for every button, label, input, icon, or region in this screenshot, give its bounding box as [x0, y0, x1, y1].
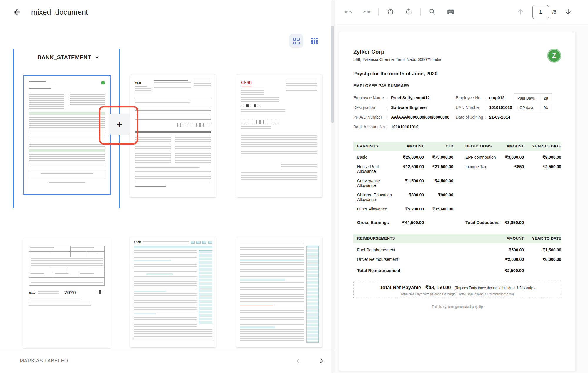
- rotate-right-button[interactable]: [402, 6, 415, 19]
- group-boundary-line-left: [13, 49, 14, 208]
- thumbnail-art: W-9: [130, 75, 216, 197]
- label-group-name: BANK_STATEMENT: [37, 54, 91, 61]
- net-payable-label: Total Net Payable: [380, 285, 421, 290]
- mini-logo-dot: [101, 81, 105, 84]
- earnings-row: Conveyance Allowance₹1,500.00₹4,500.00: [353, 178, 453, 188]
- deductions-row: Income Tax₹850₹2,550.00: [465, 164, 561, 169]
- preview-panel: /6 Zylker Corp 588, Estancia Chennai Tam…: [335, 0, 588, 373]
- left-scrollbar-thumb[interactable]: [331, 26, 334, 123]
- logo-letter: Z: [552, 52, 556, 60]
- total-reimbursement-row: Total Reimbursement ₹2,500.00: [353, 268, 561, 273]
- earnings-deductions-header: EARNINGS AMOUNT YTD DEDUCTIONS AMOUNT YE…: [353, 142, 561, 151]
- earnings-deductions-body: Basic₹25,000.00₹75,000.00 House Rent All…: [353, 152, 561, 214]
- page-number-input[interactable]: [532, 5, 549, 19]
- redo-icon: [363, 8, 371, 16]
- earnings-row: House Rent Allowance₹12,500.00₹37,500.00: [353, 164, 453, 174]
- add-page-button[interactable]: +: [109, 114, 130, 135]
- thumbnail-tax-form[interactable]: [236, 237, 322, 347]
- gross-earnings-value: ₹44,500.00: [398, 220, 424, 225]
- field-row: Designation:Software Engineer: [353, 105, 456, 110]
- back-button[interactable]: [11, 6, 24, 19]
- page-total: /6: [552, 9, 556, 15]
- thumbnail-w9[interactable]: W-9: [130, 75, 216, 197]
- pages-panel: mixed_document BANK_STATEMENT: [0, 0, 335, 373]
- chevron-right-icon: [317, 357, 326, 365]
- next-page-button[interactable]: [562, 6, 574, 19]
- net-payable-formula: Total Net Payable= ((Gross Earnings - To…: [356, 292, 559, 296]
- total-reimbursement-value: ₹2,500.00: [480, 268, 524, 273]
- previous-page-button[interactable]: [514, 6, 527, 19]
- earnings-row: Other Allowance₹5,200.00₹15,600.00: [353, 207, 453, 211]
- f1040-label: 1040: [134, 241, 141, 244]
- keyboard-icon: [447, 8, 455, 16]
- payslip-document: Zylker Corp 588, Estancia Chennai Tamil …: [339, 32, 575, 371]
- toolbar-separator: [378, 8, 379, 16]
- chevron-left-icon: [294, 357, 302, 365]
- table-row: Paid Days28: [514, 94, 552, 103]
- rotate-right-icon: [405, 8, 413, 16]
- thumbnail-1040[interactable]: 1040: [130, 237, 216, 347]
- arrow-down-icon: [564, 8, 572, 16]
- undo-button[interactable]: [342, 6, 355, 19]
- keyboard-shortcuts-button[interactable]: [444, 6, 457, 19]
- left-header: mixed_document: [0, 0, 335, 24]
- rotate-left-button[interactable]: [384, 6, 397, 19]
- label-group-dropdown[interactable]: BANK_STATEMENT: [36, 54, 102, 61]
- total-deductions-value: ₹3,850.00: [501, 220, 524, 225]
- arrow-up-icon: [517, 8, 524, 16]
- company-logo: Z: [547, 49, 561, 63]
- company-name: Zylker Corp: [353, 49, 441, 55]
- employee-fields: Employee Name:Preet Setty, emp012 Design…: [353, 95, 561, 134]
- rotate-left-icon: [387, 8, 394, 16]
- w9-label: W-9: [135, 81, 141, 84]
- net-payable-box: Total Net Payable ₹43,150.00 (Rupees For…: [353, 281, 561, 299]
- grid-view-small-button[interactable]: [308, 34, 321, 48]
- grid-2x2-icon: [293, 38, 300, 44]
- reimbursements-header: REIMBURSEMENTS AMOUNT YEAR TO DATE: [353, 234, 561, 243]
- pay-summary-heading: EMPLOYEE PAY SUMMARY: [353, 83, 561, 88]
- thumbnail-w2[interactable]: W-2 2020: [23, 238, 111, 348]
- back-arrow-icon: [13, 8, 21, 16]
- chevron-down-icon: [94, 54, 101, 61]
- thumbnail-art: W-2 2020: [23, 238, 111, 348]
- w2-year: 2020: [64, 291, 76, 295]
- grid-view-large-button[interactable]: [289, 34, 303, 48]
- plus-icon: +: [116, 119, 122, 130]
- toolbar-separator: [420, 8, 421, 16]
- thumbnail-cfsb[interactable]: CFSB: [236, 75, 322, 197]
- thumbnail-art: [236, 237, 322, 347]
- field-row: Date of Joining:21-09-2014: [456, 115, 561, 120]
- previous-pages-button[interactable]: [293, 356, 303, 366]
- earnings-row: Basic₹25,000.00₹75,000.00: [353, 155, 453, 160]
- search-button[interactable]: [426, 6, 439, 19]
- total-deductions-label: Total Deductions: [465, 220, 501, 225]
- net-payable-words: (Rupees Forty three thousand hundred & f…: [454, 286, 535, 290]
- total-reimbursement-label: Total Reimbursement: [353, 268, 480, 273]
- field-row: Employee Name:Preet Setty, emp012: [353, 95, 456, 101]
- preview-toolbar: /6: [335, 0, 588, 24]
- next-pages-button[interactable]: [316, 356, 327, 366]
- payslip-title: Payslip for the month of June, 2020: [353, 71, 561, 77]
- deductions-row: EPF contribution₹3,000.00₹9,000.00: [465, 155, 561, 160]
- field-row: PF A/C Number:AA/AAA/0000000/000/0000000: [353, 115, 456, 120]
- earnings-row: Children Education Allowance₹300.00₹900.…: [353, 193, 453, 202]
- table-row: LOP days03: [514, 103, 552, 112]
- w2-label: W-2: [29, 291, 36, 295]
- thumbnail-pager: [293, 356, 327, 366]
- thumbnail-art: CFSB: [236, 75, 322, 197]
- thumbnail-art: 1040: [130, 237, 216, 347]
- cfsb-logo-text: CFSB: [241, 80, 252, 85]
- document-title: mixed_document: [31, 8, 88, 16]
- thumbnail-payslip[interactable]: [23, 75, 111, 195]
- redo-button[interactable]: [360, 6, 373, 19]
- thumbnail-art: [24, 76, 110, 194]
- totals-row: Gross Earnings ₹44,500.00 Total Deductio…: [353, 220, 561, 225]
- system-generated-note: -This is system generated payslip-: [353, 305, 561, 309]
- search-icon: [429, 8, 437, 16]
- undo-icon: [344, 8, 352, 16]
- mark-as-labeled-button[interactable]: MARK AS LABELED: [18, 358, 70, 364]
- gross-earnings-label: Gross Earnings: [353, 220, 398, 225]
- paid-days-table: Paid Days28 LOP days03: [514, 93, 552, 112]
- grid-3x3-icon: [311, 38, 318, 44]
- preview-area: Zylker Corp 588, Estancia Chennai Tamil …: [335, 24, 588, 373]
